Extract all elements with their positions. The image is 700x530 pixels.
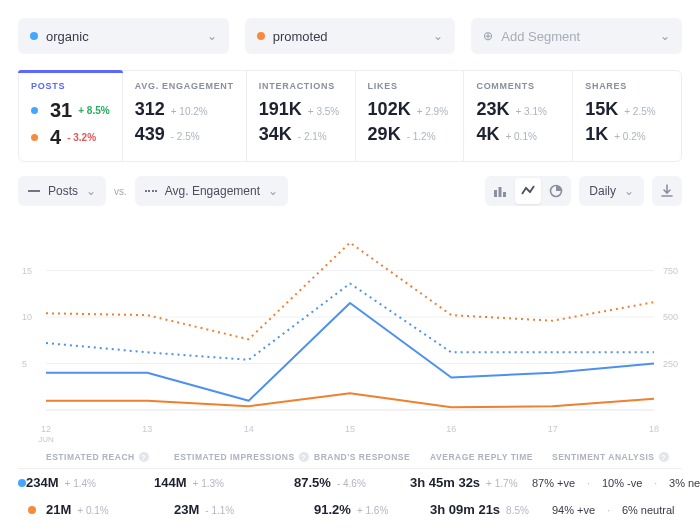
impr-value: 23M bbox=[174, 502, 199, 517]
reach-delta: + 0.1% bbox=[77, 505, 108, 516]
plus-icon: ⊕ bbox=[483, 29, 493, 43]
segment-bar: organic ⌄ promoted ⌄ ⊕Add Segment ⌄ bbox=[18, 18, 682, 54]
kpi-col-comments[interactable]: COMMENTS 23K+ 3.1% 4K+ 0.1% bbox=[463, 71, 572, 161]
dot-icon bbox=[257, 32, 265, 40]
kpi-header: LIKES bbox=[368, 81, 452, 91]
kpi-value: 31 bbox=[50, 99, 72, 122]
kpi-delta: + 2.9% bbox=[417, 106, 448, 117]
impr-delta: + 1.3% bbox=[193, 478, 224, 489]
download-icon[interactable] bbox=[652, 176, 682, 206]
th-impressions: ESTIMATED IMPRESSIONS? bbox=[174, 452, 314, 462]
kpi-delta: - 1.2% bbox=[407, 131, 436, 142]
help-icon[interactable]: ? bbox=[139, 452, 149, 462]
table-row: 234M+ 1.4% 144M+ 1.3% 87.5%- 4.6% 3h 45m… bbox=[18, 469, 682, 496]
granularity-dropdown[interactable]: Daily⌄ bbox=[579, 176, 644, 206]
granularity-label: Daily bbox=[589, 184, 616, 198]
kpi-col-engagement[interactable]: AVG. ENGAGEMENT 312+ 10.2% 439- 2.5% bbox=[122, 71, 246, 161]
brand-value: 87.5% bbox=[294, 475, 331, 490]
kpi-col-shares[interactable]: SHARES 15K+ 2.5% 1K+ 0.2% bbox=[572, 71, 681, 161]
y-tick-right: 500 bbox=[663, 312, 678, 322]
kpi-value: 34K bbox=[259, 124, 292, 145]
sent-pos: 87% +ve bbox=[532, 477, 575, 489]
impr-delta: - 1.1% bbox=[205, 505, 234, 516]
add-segment-label: Add Segment bbox=[501, 29, 580, 44]
kpi-header: SHARES bbox=[585, 81, 669, 91]
dot-icon bbox=[31, 107, 38, 114]
kpi-value: 1K bbox=[585, 124, 608, 145]
x-tick: 12 bbox=[41, 424, 51, 434]
x-tick: 16 bbox=[446, 424, 456, 434]
vs-label: vs. bbox=[114, 186, 127, 197]
table-row: 21M+ 0.1% 23M- 1.1% 91.2%+ 1.6% 3h 09m 2… bbox=[18, 496, 682, 523]
kpi-value: 4 bbox=[50, 126, 61, 149]
kpi-delta: - 3.2% bbox=[67, 132, 96, 143]
brand-value: 91.2% bbox=[314, 502, 351, 517]
kpi-delta: + 2.5% bbox=[624, 106, 655, 117]
add-segment-button[interactable]: ⊕Add Segment ⌄ bbox=[471, 18, 682, 54]
kpi-header: INTERACTIONS bbox=[259, 81, 343, 91]
kpi-delta: + 8.5% bbox=[78, 105, 109, 116]
sent-neu: 3% neutral bbox=[669, 477, 700, 489]
kpi-delta: + 10.2% bbox=[171, 106, 208, 117]
metric-a-label: Posts bbox=[48, 184, 78, 198]
th-brand-response: BRAND'S RESPONSE bbox=[314, 452, 430, 462]
y-tick-right: 750 bbox=[663, 266, 678, 276]
chevron-down-icon: ⌄ bbox=[433, 29, 443, 43]
y-tick-right: 250 bbox=[663, 359, 678, 369]
dot-icon bbox=[28, 506, 36, 514]
line-chart-icon[interactable] bbox=[515, 178, 541, 204]
brand-delta: + 1.6% bbox=[357, 505, 388, 516]
metric-b-label: Avg. Engagement bbox=[165, 184, 260, 198]
kpi-value: 23K bbox=[476, 99, 509, 120]
sent-neu: 6% neutral bbox=[622, 504, 675, 516]
th-reach: ESTIMATED REACH? bbox=[46, 452, 174, 462]
kpi-value: 191K bbox=[259, 99, 302, 120]
dot-icon bbox=[31, 134, 38, 141]
line-dotted-icon bbox=[145, 190, 157, 192]
chevron-down-icon: ⌄ bbox=[268, 184, 278, 198]
help-icon[interactable]: ? bbox=[299, 452, 309, 462]
chart-type-toggle bbox=[485, 176, 571, 206]
kpi-value: 4K bbox=[476, 124, 499, 145]
kpi-value: 102K bbox=[368, 99, 411, 120]
reply-delta: 8.5% bbox=[506, 505, 529, 516]
chevron-down-icon: ⌄ bbox=[207, 29, 217, 43]
segment-organic[interactable]: organic ⌄ bbox=[18, 18, 229, 54]
svg-rect-0 bbox=[494, 190, 497, 197]
brand-delta: - 4.6% bbox=[337, 478, 366, 489]
kpi-value: 439 bbox=[135, 124, 165, 145]
kpi-delta: - 2.5% bbox=[171, 131, 200, 142]
reach-value: 21M bbox=[46, 502, 71, 517]
bar-chart-icon[interactable] bbox=[487, 178, 513, 204]
kpi-delta: + 3.5% bbox=[308, 106, 339, 117]
reply-value: 3h 09m 21s bbox=[430, 502, 500, 517]
kpi-col-interactions[interactable]: INTERACTIONS 191K+ 3.5% 34K- 2.1% bbox=[246, 71, 355, 161]
x-tick: 13 bbox=[142, 424, 152, 434]
segment-label: promoted bbox=[273, 29, 328, 44]
chart-toolbar: Posts⌄ vs. Avg. Engagement⌄ Daily⌄ bbox=[18, 176, 682, 206]
x-tick: 18 bbox=[649, 424, 659, 434]
kpi-delta: + 0.1% bbox=[505, 131, 536, 142]
kpi-delta: - 2.1% bbox=[298, 131, 327, 142]
sent-pos: 94% +ve bbox=[552, 504, 595, 516]
sent-neg: 10% -ve bbox=[602, 477, 642, 489]
segment-promoted[interactable]: promoted ⌄ bbox=[245, 18, 456, 54]
kpi-value: 15K bbox=[585, 99, 618, 120]
th-avg-reply: AVERAGE REPLY TIME bbox=[430, 452, 552, 462]
x-tick: 17 bbox=[548, 424, 558, 434]
metric-a-dropdown[interactable]: Posts⌄ bbox=[18, 176, 106, 206]
y-tick-left: 10 bbox=[22, 312, 32, 322]
pie-chart-icon[interactable] bbox=[543, 178, 569, 204]
x-tick: 15 bbox=[345, 424, 355, 434]
bottom-table-header: ESTIMATED REACH? ESTIMATED IMPRESSIONS? … bbox=[18, 452, 682, 469]
kpi-value: 312 bbox=[135, 99, 165, 120]
bottom-table: ESTIMATED REACH? ESTIMATED IMPRESSIONS? … bbox=[18, 452, 682, 523]
y-tick-left: 5 bbox=[22, 359, 27, 369]
kpi-col-posts[interactable]: POSTS 31+ 8.5% 4- 3.2% bbox=[19, 71, 122, 161]
reply-value: 3h 45m 32s bbox=[410, 475, 480, 490]
reach-delta: + 1.4% bbox=[65, 478, 96, 489]
chevron-down-icon: ⌄ bbox=[624, 184, 634, 198]
metric-b-dropdown[interactable]: Avg. Engagement⌄ bbox=[135, 176, 288, 206]
help-icon[interactable]: ? bbox=[659, 452, 669, 462]
kpi-col-likes[interactable]: LIKES 102K+ 2.9% 29K- 1.2% bbox=[355, 71, 464, 161]
